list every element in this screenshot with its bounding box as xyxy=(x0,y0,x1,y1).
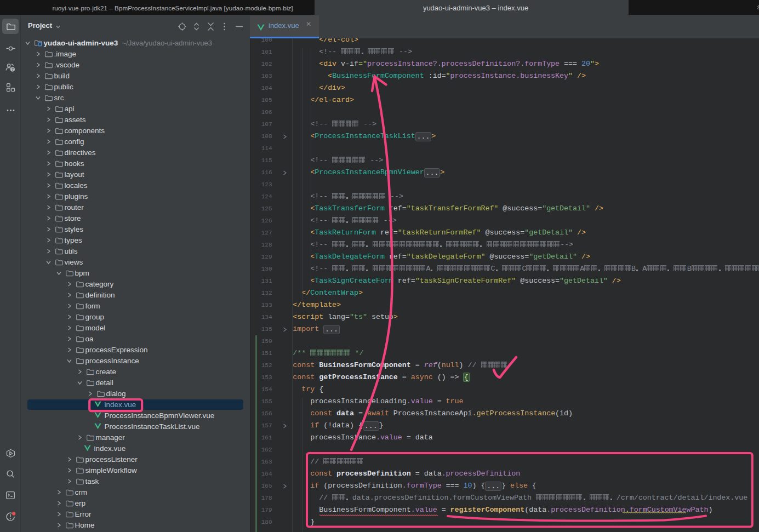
svg-text:?: ? xyxy=(12,67,14,71)
